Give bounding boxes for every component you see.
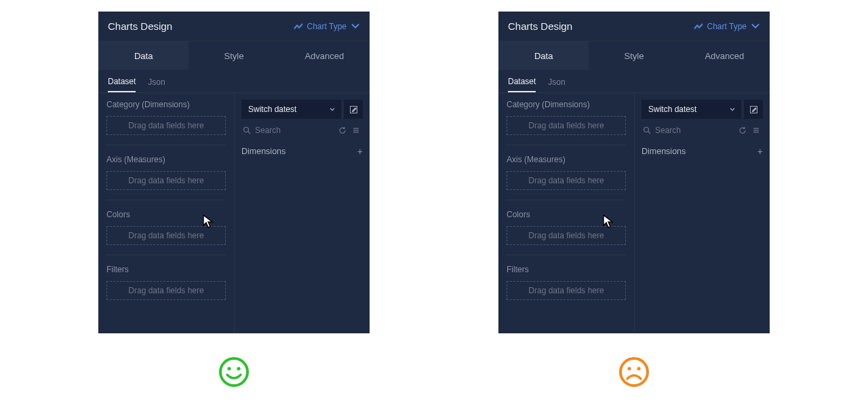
dropzone-colors[interactable]: Drag data fields here bbox=[507, 226, 626, 245]
plus-icon[interactable]: + bbox=[357, 146, 363, 157]
svg-point-10 bbox=[220, 358, 248, 386]
dropzone-axis[interactable]: Drag data fields here bbox=[106, 171, 226, 190]
tab-data[interactable]: Data bbox=[498, 41, 589, 70]
section-label: Colors bbox=[106, 210, 226, 219]
sub-tab-dataset[interactable]: Dataset bbox=[508, 77, 536, 92]
search-input[interactable]: Search bbox=[655, 126, 734, 135]
search-icon bbox=[243, 126, 251, 134]
section-category: Category (Dimensions) Drag data fields h… bbox=[106, 100, 226, 145]
refresh-icon[interactable] bbox=[338, 126, 347, 134]
dimensions-label: Dimensions bbox=[241, 147, 285, 156]
search-row: Search bbox=[241, 122, 363, 139]
section-label: Axis (Measures) bbox=[507, 155, 626, 164]
panel-body: Category (Dimensions) Drag data fields h… bbox=[498, 93, 770, 333]
svg-point-13 bbox=[620, 358, 648, 386]
tab-style[interactable]: Style bbox=[589, 41, 679, 70]
dataset-column: Switch datest Search Dimensions + bbox=[234, 93, 370, 333]
section-label: Filters bbox=[106, 265, 226, 274]
chart-type-icon bbox=[694, 23, 703, 30]
charts-design-panel-bad: Charts Design Chart Type Data Style Adva… bbox=[498, 12, 770, 333]
panel-title: Charts Design bbox=[508, 20, 572, 32]
search-input[interactable]: Search bbox=[255, 126, 334, 135]
dataset-select-label: Switch datest bbox=[648, 105, 696, 114]
refresh-icon[interactable] bbox=[738, 126, 747, 134]
section-colors: Colors Drag data fields here bbox=[507, 210, 626, 255]
chart-type-label: Chart Type bbox=[307, 22, 347, 31]
svg-rect-4 bbox=[353, 132, 359, 132]
dimensions-row[interactable]: Dimensions + bbox=[642, 143, 763, 160]
svg-point-15 bbox=[637, 367, 640, 370]
dropzone-filters[interactable]: Drag data fields here bbox=[106, 281, 226, 300]
panel-header: Charts Design Chart Type bbox=[98, 12, 370, 41]
section-label: Filters bbox=[507, 265, 626, 274]
svg-rect-3 bbox=[353, 130, 359, 130]
chart-type-dropdown[interactable]: Chart Type bbox=[294, 22, 360, 31]
svg-point-14 bbox=[627, 367, 631, 370]
section-label: Category (Dimensions) bbox=[106, 100, 226, 109]
chevron-down-icon bbox=[329, 106, 336, 113]
dataset-select[interactable]: Switch datest bbox=[642, 100, 741, 119]
sub-tabs: Dataset Json bbox=[98, 70, 370, 93]
edit-dataset-button[interactable] bbox=[344, 100, 363, 119]
svg-rect-8 bbox=[753, 130, 759, 130]
section-filters: Filters Drag data fields here bbox=[106, 265, 226, 310]
chevron-down-icon bbox=[729, 106, 736, 113]
dimensions-label: Dimensions bbox=[642, 147, 686, 156]
dropzone-axis[interactable]: Drag data fields here bbox=[507, 171, 626, 190]
dimensions-row[interactable]: Dimensions + bbox=[241, 143, 363, 160]
sub-tab-json[interactable]: Json bbox=[148, 77, 165, 92]
section-label: Axis (Measures) bbox=[106, 155, 226, 164]
tab-data[interactable]: Data bbox=[98, 41, 189, 70]
chart-type-dropdown[interactable]: Chart Type bbox=[694, 22, 760, 31]
tab-style[interactable]: Style bbox=[189, 41, 279, 70]
sub-tabs: Dataset Json bbox=[498, 70, 770, 93]
section-filters: Filters Drag data fields here bbox=[507, 265, 626, 310]
svg-point-1 bbox=[244, 128, 249, 132]
dropzone-filters[interactable]: Drag data fields here bbox=[507, 281, 626, 300]
sub-tab-dataset[interactable]: Dataset bbox=[108, 77, 136, 92]
search-tools bbox=[738, 126, 760, 134]
list-icon[interactable] bbox=[352, 126, 360, 134]
panel-header: Charts Design Chart Type bbox=[498, 12, 770, 41]
dropzone-colors[interactable]: Drag data fields here bbox=[106, 226, 226, 245]
svg-rect-9 bbox=[753, 132, 759, 132]
chart-type-label: Chart Type bbox=[707, 22, 747, 31]
main-tabs: Data Style Advanced bbox=[98, 41, 370, 70]
dataset-select-label: Switch datest bbox=[248, 105, 296, 114]
svg-point-12 bbox=[237, 367, 240, 370]
search-row: Search bbox=[642, 122, 763, 139]
dataset-select[interactable]: Switch datest bbox=[241, 100, 341, 119]
search-tools bbox=[338, 126, 360, 134]
list-icon[interactable] bbox=[752, 126, 760, 134]
svg-point-6 bbox=[644, 128, 649, 132]
svg-rect-7 bbox=[753, 128, 759, 129]
dropzone-category[interactable]: Drag data fields here bbox=[106, 116, 226, 135]
section-label: Colors bbox=[507, 210, 626, 219]
edit-icon bbox=[349, 105, 358, 114]
search-icon bbox=[643, 126, 651, 134]
fields-column: Category (Dimensions) Drag data fields h… bbox=[98, 93, 234, 333]
section-colors: Colors Drag data fields here bbox=[106, 210, 226, 255]
edit-dataset-button[interactable] bbox=[744, 100, 763, 119]
section-axis: Axis (Measures) Drag data fields here bbox=[106, 155, 226, 200]
tab-advanced[interactable]: Advanced bbox=[679, 41, 770, 70]
section-label: Category (Dimensions) bbox=[507, 100, 626, 109]
panel-title: Charts Design bbox=[108, 20, 172, 32]
frown-face-icon bbox=[618, 356, 650, 388]
panel-body: Category (Dimensions) Drag data fields h… bbox=[98, 93, 370, 333]
plus-icon[interactable]: + bbox=[757, 146, 763, 157]
charts-design-panel-good: Charts Design Chart Type Data Style Adva… bbox=[98, 12, 370, 333]
dropzone-category[interactable]: Drag data fields here bbox=[507, 116, 626, 135]
section-axis: Axis (Measures) Drag data fields here bbox=[507, 155, 626, 200]
smile-face-icon bbox=[218, 356, 250, 388]
section-category: Category (Dimensions) Drag data fields h… bbox=[507, 100, 626, 145]
caret-down-icon bbox=[351, 23, 360, 30]
fields-column: Category (Dimensions) Drag data fields h… bbox=[498, 93, 634, 333]
edit-icon bbox=[749, 105, 758, 114]
caret-down-icon bbox=[751, 23, 760, 30]
chart-type-icon bbox=[294, 23, 303, 30]
dataset-column: Switch datest Search Dimensions + bbox=[634, 93, 770, 333]
svg-point-11 bbox=[227, 367, 231, 370]
tab-advanced[interactable]: Advanced bbox=[279, 41, 370, 70]
sub-tab-json[interactable]: Json bbox=[548, 77, 565, 92]
